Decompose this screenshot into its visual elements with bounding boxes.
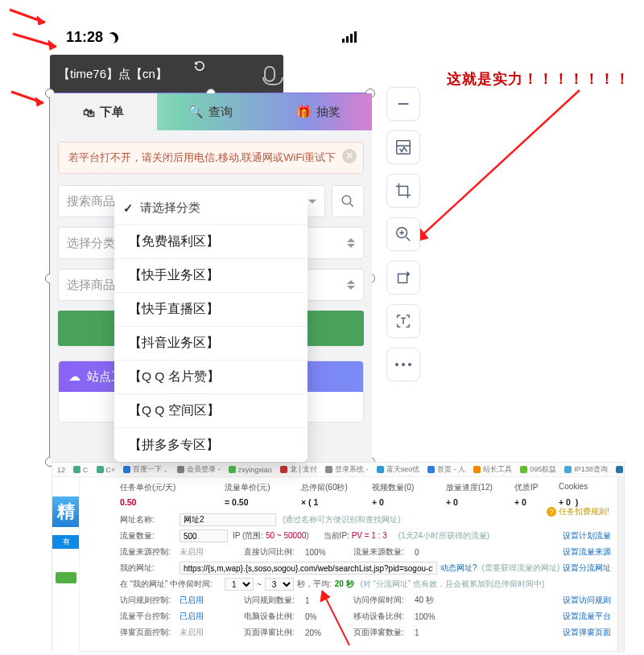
mic-icon[interactable]: [264, 66, 275, 82]
source-link[interactable]: 设置流量来源: [563, 546, 611, 558]
dropdown-item[interactable]: 【快手业务区】: [114, 259, 308, 293]
tab-label: 站长工具: [483, 464, 512, 475]
browser-tab[interactable]: 站长工具: [473, 464, 512, 475]
dropdown-item[interactable]: 【抖音业务区】: [114, 327, 308, 360]
stay-max-select[interactable]: 30: [265, 578, 294, 591]
val: 已启用: [180, 611, 244, 622]
browser-tab[interactable]: C+: [97, 466, 116, 474]
dropdown-item[interactable]: 【免费福利区】: [114, 225, 308, 259]
myurl-input[interactable]: [180, 562, 437, 575]
link-label: 任务扣费规则!: [559, 507, 609, 516]
svg-rect-3: [398, 274, 407, 282]
label: 移动设备比例:: [353, 611, 415, 622]
field-stay-time: 在 “我的网址” 中停留时间: 10 ~ 30 秒，平均: 20 秒 (对 “分…: [120, 577, 609, 591]
item-label: 【快手直播区】: [129, 301, 219, 318]
tab-label: C+: [106, 466, 116, 474]
tab-query[interactable]: 🔍 查询: [157, 93, 264, 130]
browser-tab[interactable]: 登录系统 -: [325, 464, 369, 475]
shunt-link[interactable]: 设置分流网址: [563, 562, 611, 574]
plan-link[interactable]: 设置计划流量: [563, 530, 611, 542]
help-link[interactable]: 任务扣费规则!: [547, 506, 609, 517]
platform-link[interactable]: 设置流量平台: [563, 611, 611, 622]
label: 直接访问比例:: [244, 546, 305, 558]
extract-text-button[interactable]: [386, 304, 420, 338]
val: 未启用: [180, 546, 244, 558]
phone-screenshot: 11:28 【time76】点【cn】 🛍 下单 🔍 查询 🎁 抽奖 若平台打不…: [48, 16, 374, 451]
browser-tab[interactable]: 蓝天seo优: [377, 464, 420, 475]
dropdown-item[interactable]: 【Q Q 空间区】: [114, 394, 308, 428]
browser-tab[interactable]: 域名|域名: [616, 464, 624, 475]
tab-label: 登录系统 -: [335, 464, 369, 475]
address-bar[interactable]: 【time76】点【cn】: [50, 55, 283, 93]
reload-button[interactable]: [190, 56, 209, 76]
val: 未启用: [180, 627, 244, 638]
more-button[interactable]: [386, 348, 420, 381]
tab-order[interactable]: 🛍 下单: [50, 93, 157, 130]
label: 网址名称:: [120, 514, 180, 525]
dropdown-item[interactable]: 【Q Q 名片赞】: [114, 360, 308, 394]
dynamic-link[interactable]: 动态网址?: [440, 562, 477, 574]
status-time: 11:28: [66, 29, 103, 45]
annotate-button[interactable]: [386, 130, 420, 164]
browser-tab[interactable]: 会员登录 -: [177, 464, 221, 475]
item-label: 【快手业务区】: [129, 267, 219, 284]
val: 100%: [305, 548, 353, 557]
traffic-count-input[interactable]: [180, 529, 228, 542]
alert-close-icon[interactable]: ✕: [342, 149, 357, 163]
crop-button[interactable]: [386, 174, 420, 208]
label: 电脑设备比例:: [244, 611, 305, 622]
zoom-in-button[interactable]: [386, 217, 420, 251]
category-dropdown: 请选择分类 【免费福利区】 【快手业务区】 【快手直播区】 【抖音业务区】 【Q…: [114, 192, 308, 462]
browser-tab[interactable]: IP138查询: [564, 464, 608, 475]
buy-pill[interactable]: [56, 572, 76, 583]
dropdown-item[interactable]: 【拼多多专区】: [114, 428, 308, 462]
col-header: 放量速度(12): [446, 482, 514, 493]
tab-label: 龙 | 支付: [290, 464, 317, 475]
sidebar-text[interactable]: 有: [52, 535, 80, 549]
label: 访问规则控制:: [120, 595, 180, 606]
stay-min-select[interactable]: 10: [225, 578, 254, 591]
tip: (对 “分流网址” 也有效，且会被累加到总停留时间中): [361, 579, 545, 590]
dropdown-item[interactable]: 【快手直播区】: [114, 293, 308, 327]
browser-tab[interactable]: 龙 | 支付: [280, 464, 317, 475]
tip: (通过名称可方便识别和查找网址): [283, 514, 401, 525]
col-header: 任务单价(元/天): [120, 482, 225, 493]
browser-tabstrip[interactable]: 12 C C+ 百度一下， 会员登录 - zxyingxiao 龙 | 支付 登…: [52, 463, 624, 477]
label: 在 “我的网址” 中停留时间:: [120, 579, 225, 590]
tab-lottery[interactable]: 🎁 抽奖: [265, 93, 372, 130]
item-label: 【Q Q 名片赞】: [129, 369, 220, 385]
label: 流量平台控制:: [120, 611, 180, 622]
signal-icon: [342, 31, 357, 43]
left-sidebar: 精 有: [52, 477, 80, 653]
browser-tab[interactable]: zxyingxiao: [229, 466, 272, 474]
val: 0.50: [120, 497, 225, 507]
visit-link[interactable]: 设置访问规则: [563, 595, 611, 606]
field-source-ctrl: 流量来源控制: 未启用 直接访问比例: 100% 流量来源数量: 0 设置流量来…: [120, 545, 609, 559]
rotate-button[interactable]: [386, 261, 420, 295]
selection-frame[interactable]: 🛍 下单 🔍 查询 🎁 抽奖 若平台打不开，请关闭后用电信,移动,联通网或WiF…: [49, 93, 371, 463]
item-label: 【免费福利区】: [129, 233, 219, 250]
tip: (需要获得流量的网址): [482, 562, 560, 574]
browser-tab[interactable]: 百度一下，: [123, 464, 169, 475]
item-label: 【抖音业务区】: [129, 335, 219, 352]
site-name-input[interactable]: [180, 513, 276, 526]
item-label: 【Q Q 空间区】: [129, 402, 220, 419]
dropdown-header[interactable]: 请选择分类: [114, 192, 308, 225]
browser-tab[interactable]: 095权益: [520, 464, 556, 475]
label: 页面弹窗比例:: [244, 627, 305, 638]
tab-label: 12: [57, 466, 65, 474]
col-header: 优质IP: [514, 482, 559, 493]
browser-tab[interactable]: 首页 - 人: [427, 464, 465, 475]
val: × ( 1: [301, 497, 372, 507]
formula-row: 0.50 = 0.50 × ( 1 + 0 + 0 + 0 + 0 ): [120, 497, 609, 507]
search-button[interactable]: [332, 185, 364, 217]
popup-link[interactable]: 设置弹窗页面: [563, 627, 611, 638]
browser-tab[interactable]: C: [73, 466, 89, 474]
tab-label: C: [83, 466, 89, 474]
zoom-out-button[interactable]: −: [386, 87, 420, 121]
current-ip: 当前IP: PV = 1 : 3: [324, 530, 387, 542]
scrollbar[interactable]: [617, 477, 624, 653]
val: 已启用: [180, 595, 244, 606]
item-label: 【拼多多专区】: [129, 437, 219, 454]
browser-tab[interactable]: 12: [57, 466, 65, 474]
